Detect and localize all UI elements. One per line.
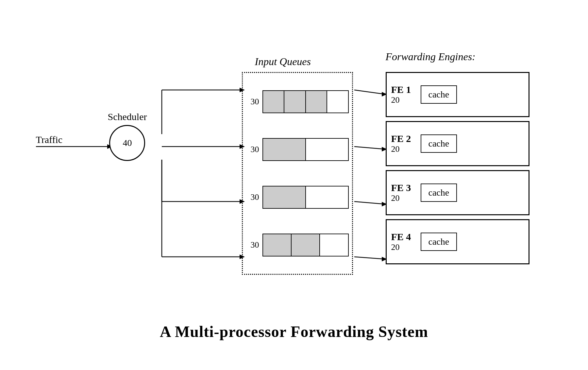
fe-name-1: FE 1	[391, 84, 414, 95]
fe-label-group-2: FE 2 20	[391, 133, 414, 154]
queue-row-4: 30	[246, 227, 349, 263]
fe-name-4: FE 4	[391, 231, 414, 242]
queue-cells-1	[262, 90, 349, 113]
queue-cell	[263, 91, 285, 113]
traffic-label: Traffic	[36, 134, 63, 145]
fe-number-4: 20	[391, 242, 414, 252]
queue-cell	[320, 234, 348, 256]
scheduler-group: Scheduler 40	[108, 111, 147, 161]
fe-box-4: FE 4 20 cache	[386, 219, 529, 264]
queue-cell	[306, 139, 348, 160]
fe-cache-3: cache	[421, 184, 457, 202]
fe-label-group-4: FE 4 20	[391, 231, 414, 252]
fe-label-group-3: FE 3 20	[391, 182, 414, 203]
fe-name-3: FE 3	[391, 182, 414, 193]
scheduler-label: Scheduler	[108, 111, 147, 122]
queue-cell	[263, 186, 306, 208]
queue-row-3: 30	[246, 179, 349, 215]
fe-box-1: FE 1 20 cache	[386, 72, 529, 117]
diagram-title: A Multi-processor Forwarding System	[160, 323, 428, 341]
fe-box-3: FE 3 20 cache	[386, 170, 529, 215]
queue-row-1: 30	[246, 84, 349, 120]
queue-cell	[292, 234, 320, 256]
queue-row-2: 30	[246, 132, 349, 167]
scheduler-circle: 40	[109, 125, 145, 161]
fe-cache-2: cache	[421, 134, 457, 153]
queue-cells-4	[262, 234, 349, 256]
fe-label-group-1: FE 1 20	[391, 84, 414, 105]
fe-section: FE 1 20 cache FE 2 20 cache FE 3 20 cac	[386, 72, 529, 264]
svg-line-15	[354, 147, 385, 149]
queue-cells-2	[262, 138, 349, 161]
diagram: Traffic Scheduler 40 Input Queues 30 3	[33, 33, 556, 301]
fe-name-2: FE 2	[391, 133, 414, 144]
input-queues-section: 30 30 30	[242, 72, 353, 275]
queue-number-1: 30	[246, 97, 259, 107]
queue-cell	[284, 91, 306, 113]
queue-cell	[306, 91, 328, 113]
queue-number-4: 30	[246, 240, 259, 250]
svg-line-19	[354, 257, 385, 259]
queue-cell	[306, 186, 348, 208]
queue-cell	[263, 139, 306, 160]
queue-cell	[327, 91, 348, 113]
fe-cache-1: cache	[421, 85, 457, 104]
diagram-container: Traffic Scheduler 40 Input Queues 30 3	[20, 20, 568, 350]
svg-line-17	[354, 202, 385, 204]
fe-box-2: FE 2 20 cache	[386, 121, 529, 166]
fe-header: Forwarding Engines:	[386, 51, 476, 63]
svg-line-13	[354, 90, 385, 94]
fe-number-1: 20	[391, 95, 414, 105]
queue-number-2: 30	[246, 145, 259, 154]
queue-number-3: 30	[246, 192, 259, 202]
fe-number-2: 20	[391, 144, 414, 154]
input-queues-label: Input Queues	[255, 56, 311, 68]
queue-cells-3	[262, 186, 349, 209]
fe-number-3: 20	[391, 193, 414, 203]
fe-cache-4: cache	[421, 233, 457, 251]
queue-cell	[263, 234, 292, 256]
